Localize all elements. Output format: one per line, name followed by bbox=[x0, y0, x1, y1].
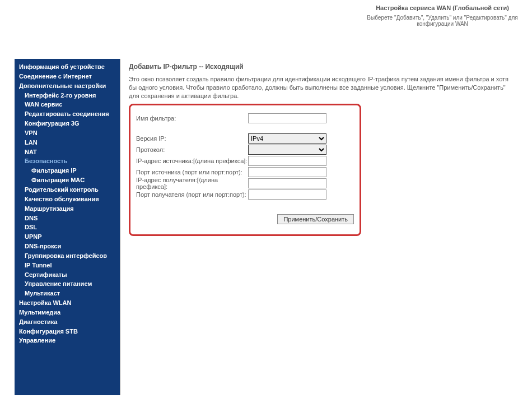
dst-ip-label: IP-адрес получателя:[/длина префикса]: bbox=[136, 177, 248, 190]
sidebar-item[interactable]: Соединение с Интернет bbox=[15, 72, 120, 81]
sidebar-item[interactable]: Фильтрация IP bbox=[15, 166, 120, 175]
sidebar-item[interactable]: Дополнительные настройки bbox=[15, 81, 120, 91]
src-ip-label: IP-адрес источника:[/длина префикса]: bbox=[136, 158, 248, 164]
sidebar-item[interactable]: Интерфейс 2-го уровня bbox=[15, 91, 120, 100]
sidebar-item[interactable]: IP Tunnel bbox=[15, 261, 120, 270]
sidebar-item[interactable]: Редактировать соединения bbox=[15, 109, 120, 119]
sidebar-item[interactable]: DNS bbox=[15, 214, 120, 223]
sidebar-item[interactable]: VPN bbox=[15, 128, 120, 138]
sidebar-item[interactable]: Маршрутизация bbox=[15, 204, 120, 214]
sidebar-item[interactable]: Информация об устройстве bbox=[15, 62, 120, 72]
sidebar-item[interactable]: UPNP bbox=[15, 232, 120, 242]
sidebar-item[interactable]: Безопасность bbox=[15, 156, 120, 166]
src-ip-input[interactable] bbox=[248, 156, 326, 166]
filter-name-input[interactable] bbox=[248, 113, 326, 123]
sidebar-item[interactable]: DSL bbox=[15, 223, 120, 232]
content-area: Добавить IP-фильтр -- Исходящий Это окно… bbox=[129, 63, 521, 236]
protocol-label: Протокол: bbox=[136, 146, 248, 153]
src-port-label: Порт источника (порт или порт:порт): bbox=[136, 169, 248, 175]
sidebar-item[interactable]: Сертификаты bbox=[15, 270, 120, 280]
sidebar-item[interactable]: Качество обслуживания bbox=[15, 195, 120, 204]
vertical-divider bbox=[120, 59, 120, 395]
sidebar-item[interactable]: Диагностика bbox=[15, 317, 120, 327]
sidebar-item[interactable]: Конфигурация 3G bbox=[15, 119, 120, 128]
sidebar-item[interactable]: Родительский контроль bbox=[15, 185, 120, 195]
src-port-input[interactable] bbox=[248, 167, 326, 177]
dst-ip-input[interactable] bbox=[248, 178, 326, 188]
sidebar-item[interactable]: Настройка WLAN bbox=[15, 298, 120, 308]
sidebar-item[interactable]: Конфигурация STB bbox=[15, 327, 120, 336]
sidebar-item[interactable]: Управление питанием bbox=[15, 279, 120, 289]
ip-version-select[interactable]: IPv4 bbox=[248, 133, 326, 144]
sidebar-item[interactable]: Управление bbox=[15, 336, 120, 345]
apply-save-button[interactable]: Применить/Сохранить bbox=[277, 214, 354, 224]
sidebar-item[interactable]: Группировка интерфейсов bbox=[15, 251, 120, 261]
sidebar-item[interactable]: WAN сервис bbox=[15, 100, 120, 109]
sidebar-item[interactable]: DNS-прокси bbox=[15, 242, 120, 251]
header-title: Настройка сервиса WAN (Глобальной сети) bbox=[364, 4, 521, 11]
ip-version-label: Версия IP: bbox=[136, 135, 248, 142]
sidebar: Информация об устройствеСоединение с Инт… bbox=[15, 59, 120, 395]
filter-name-label: Имя фильтра: bbox=[136, 115, 248, 122]
dst-port-label: Порт получателя (порт или порт:порт): bbox=[136, 191, 248, 198]
dst-port-input[interactable] bbox=[248, 189, 326, 200]
filter-form-highlight: Имя фильтра: Версия IP: IPv4 Протокол: I… bbox=[129, 104, 361, 236]
sidebar-item[interactable]: Фильтрация MAC bbox=[15, 175, 120, 185]
page-description: Это окно позволяет создать правило фильт… bbox=[129, 75, 515, 100]
header-subtitle: Выберете "Добавить", "Удалить" или "Реда… bbox=[364, 15, 521, 27]
protocol-select[interactable] bbox=[248, 145, 326, 155]
sidebar-item[interactable]: Мультикаст bbox=[15, 289, 120, 298]
sidebar-item[interactable]: NAT bbox=[15, 147, 120, 157]
page-title: Добавить IP-фильтр -- Исходящий bbox=[129, 63, 521, 71]
header-info: Настройка сервиса WAN (Глобальной сети) … bbox=[364, 0, 521, 27]
sidebar-item[interactable]: LAN bbox=[15, 138, 120, 147]
sidebar-item[interactable]: Мультимедиа bbox=[15, 308, 120, 317]
